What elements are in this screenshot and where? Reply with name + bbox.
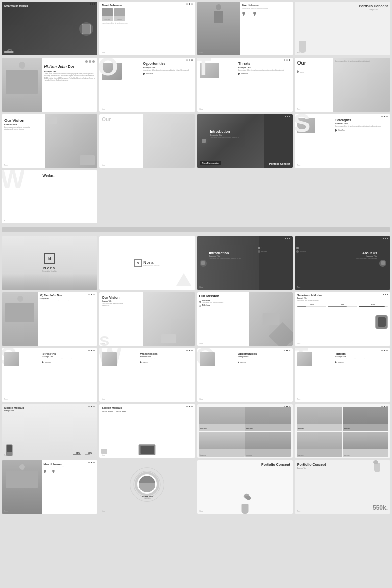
slide-menu[interactable] bbox=[383, 238, 388, 239]
slide-title: Screen Mockup bbox=[102, 406, 192, 409]
slide-plant-portfolio: Portfolio Concept Nora bbox=[197, 460, 293, 514]
slide-footer: Nora bbox=[4, 398, 8, 400]
slide-team-photos-1: Name Here Lorem ipsum Name Here Lorem ip… bbox=[197, 404, 293, 458]
nav-dots bbox=[381, 350, 388, 351]
slide-footer: Nora bbox=[297, 108, 301, 110]
slide-portfolio-1: Portfolio Concept Example Title Nora bbox=[295, 2, 390, 55]
slide-footer: Nora bbox=[297, 286, 301, 288]
slide-meet-johnson-bottom: Meet Johnson Lorem ipsum dolor sit amet … bbox=[2, 460, 97, 514]
slide-screen-mockup: Screen Mockup Lorem Ipsum Title Here Lor… bbox=[99, 404, 195, 458]
slide-footer: Nora bbox=[102, 108, 105, 110]
slide-menu[interactable] bbox=[285, 116, 290, 117]
row3b: W Weakn… Nora bbox=[2, 170, 390, 223]
slide-footer: Nora bbox=[102, 343, 105, 344]
slide-title: Portfolio Concept bbox=[261, 463, 290, 466]
nav-dots bbox=[381, 116, 388, 117]
slide-title: Strengths bbox=[335, 118, 388, 122]
slide-title: Portfolio Concept bbox=[359, 4, 388, 8]
slide-john-doe: Hi, I'am John Doe Example Title Lorem Ip… bbox=[2, 58, 97, 111]
nav-dots bbox=[88, 350, 95, 351]
slide-weaknesses: W Weakn… Nora bbox=[2, 170, 97, 223]
slide-threats: T Threats Example Title Lorem ipsum dolo… bbox=[197, 58, 293, 111]
slide-about-us: About Us Example Title Lorem ipsum dolor… bbox=[295, 236, 390, 290]
slide-our-vision-small: Our Vision Example Title Lorem ipsum dol… bbox=[99, 292, 195, 345]
slide-menu[interactable] bbox=[90, 3, 95, 5]
slide-title: Mobile Mockup bbox=[4, 406, 95, 409]
slide-footer: Nora bbox=[102, 510, 105, 512]
social-icons bbox=[85, 60, 95, 63]
s2-row1: N Nora Presentation Template N Nora Pres… bbox=[2, 236, 390, 290]
s2-row3: S Strengths Example Title Lorem ipsum do… bbox=[2, 348, 390, 402]
slide-footer: Nora bbox=[4, 164, 8, 166]
slide-title: About Us bbox=[348, 251, 377, 255]
slide-title: Weaknesses bbox=[140, 352, 193, 355]
slide-footer: Nora bbox=[297, 510, 301, 512]
slide-smartwatch: Smartwatch Mockup Example Title Lorem ip… bbox=[295, 292, 390, 345]
slide-title: Meet Johnson bbox=[242, 4, 291, 7]
slide-footer: Nora bbox=[297, 52, 301, 54]
slide-title: Opportunities bbox=[238, 352, 290, 355]
slide-footer: Nora bbox=[200, 286, 203, 288]
slide-footer: Nora bbox=[102, 164, 105, 166]
slide-opportunities-s2: O Opportunities Example Title Lorem ipsu… bbox=[197, 348, 293, 402]
slide-footer: Nora bbox=[4, 52, 8, 54]
slide-team-photos-2: Name Here Lorem ipsum Name Here Lorem ip… bbox=[295, 404, 390, 458]
slide-opportunities: O Opportunities Example Title Lorem ipsu… bbox=[99, 58, 195, 111]
slide-hi-john-small: Hi, I'am John Doe Example Title Lorem ip… bbox=[2, 292, 97, 345]
slide-portfolio-value: Portfolio Concept Example Title 550k. No… bbox=[295, 460, 390, 514]
slide-title: Threats bbox=[238, 62, 291, 65]
slide-threats-s2: T Threats Example Title Lorem ipsum dolo… bbox=[295, 348, 390, 402]
slide-title: Smartwatch Mockup bbox=[297, 294, 388, 297]
logo-name: Nora bbox=[43, 266, 56, 270]
slide-menu[interactable] bbox=[285, 238, 290, 239]
slide-footer: Nora bbox=[297, 398, 301, 400]
slide-title: Our Vision bbox=[4, 118, 31, 122]
s2-row5: Meet Johnson Lorem ipsum dolor sit amet … bbox=[2, 460, 390, 514]
slide-title: Smartwatch Mockup bbox=[4, 4, 28, 7]
slide-title: Introduction bbox=[209, 251, 241, 255]
slide-circular-portrait: Juliana Vera Presentation Nora bbox=[99, 460, 195, 514]
slide-nora-logo: N Nora Presentation Template bbox=[2, 236, 97, 290]
slide-our-partial-1: Our Lorem ipsum dolor sit amet consectet… bbox=[295, 58, 390, 111]
slide-footer: Nora bbox=[102, 52, 105, 54]
nav-dots bbox=[88, 462, 95, 463]
slide-footer: Nora bbox=[200, 52, 203, 54]
slide-our-partial-2: Our Nora bbox=[99, 114, 195, 168]
slide-johnson-large: Meet Johnson Lorem ipsum dolor sit amet … bbox=[197, 2, 293, 55]
slide-footer: Nora bbox=[200, 108, 203, 110]
nav-dots bbox=[186, 59, 193, 61]
nav-dots bbox=[186, 406, 193, 407]
slide-intro-dark-2: Introduction Example Title Lorem ipsum d… bbox=[197, 236, 293, 290]
slide-footer: Nora bbox=[102, 398, 105, 400]
slide-title: Our Mission bbox=[199, 294, 248, 298]
s2-row4: Mobile Mockup Example Title Lorem ipsum … bbox=[2, 404, 390, 458]
slide-footer: Nora bbox=[200, 343, 203, 344]
slide-title: Portfolio Concept bbox=[297, 463, 326, 466]
slide-intro-banner: Introduction Example Title Lorem ipsum d… bbox=[197, 114, 293, 168]
slide-footer: Nora bbox=[200, 398, 203, 400]
slide-weaknesses-s2: W Weaknesses Example Title Lorem ipsum d… bbox=[99, 348, 195, 402]
slide-footer: Nora bbox=[102, 454, 105, 456]
slide-menu[interactable] bbox=[383, 294, 388, 295]
slide-tech-mockup: Smartwatch Mockup 90% Nora bbox=[2, 2, 97, 55]
top-section: Smartwatch Mockup 90% Nora Meet Johnson bbox=[2, 2, 390, 55]
logo-name: Nora bbox=[143, 260, 160, 265]
slide-title: Strengths bbox=[42, 352, 95, 355]
section-divider bbox=[2, 227, 390, 232]
s2-row2: Hi, I'am John Doe Example Title Lorem ip… bbox=[2, 292, 390, 345]
slide-our-vision: Our Vision Example Title Lorem ipsum dol… bbox=[2, 114, 97, 168]
tooltip-label: Nora Presentation bbox=[200, 161, 221, 165]
slide-title: Meet Johnson bbox=[44, 463, 96, 466]
slide-footer: Nora bbox=[4, 220, 8, 222]
slide-title: Introduction bbox=[210, 130, 245, 133]
nav-dots bbox=[186, 350, 193, 351]
body-text: Lorem ipsum dolor sit amet consectetur bbox=[102, 22, 192, 24]
slide-title: Threats bbox=[335, 352, 388, 355]
nav-dots bbox=[284, 350, 290, 351]
slide-title: Hi, I'am John Doe bbox=[44, 64, 96, 69]
main-container: Smartwatch Mockup 90% Nora Meet Johnson bbox=[0, 0, 392, 588]
slide-nora-simple: N Nora Presentation Template bbox=[99, 236, 195, 290]
slide-footer: Nora bbox=[200, 510, 203, 512]
slide-strengths-s2: S Strengths Example Title Lorem ipsum do… bbox=[2, 348, 97, 402]
slide-title: Hi, I'am John Doe bbox=[40, 294, 96, 297]
